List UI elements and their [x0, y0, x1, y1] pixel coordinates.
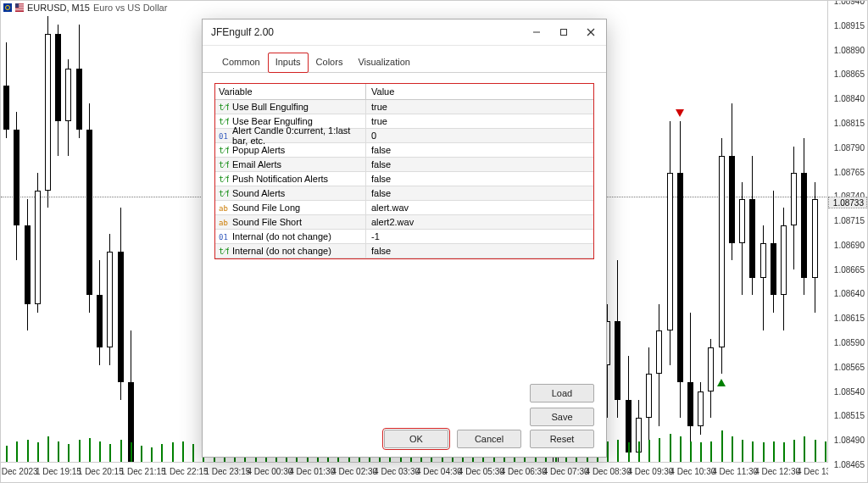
candle-body [76, 69, 82, 130]
param-row[interactable]: t⁄fEmail Alertsfalse [215, 158, 593, 172]
param-value[interactable]: false [366, 145, 593, 155]
volume-bar [192, 444, 194, 463]
param-row[interactable]: t⁄fInternal (do not change)false [215, 244, 593, 258]
col-value: Value [371, 86, 394, 97]
app-window: EURUSD, M15 Euro vs US Dollar 1.089401.0… [0, 0, 868, 483]
time-tick: 4 Dec 09:30 [627, 467, 673, 476]
time-tick: 4 Dec 05:30 [459, 467, 504, 476]
param-value[interactable]: true [366, 116, 593, 126]
bear-signal-icon [676, 109, 684, 117]
candle-body [791, 173, 797, 225]
volume-bar [161, 444, 163, 463]
param-value[interactable]: 0 [366, 130, 593, 141]
tab-colors[interactable]: Colors [309, 53, 351, 73]
volume-bar [607, 441, 609, 463]
candle-wick [763, 225, 764, 330]
candle-body [615, 321, 620, 400]
param-row[interactable]: 01Internal (do not change)-1 [215, 230, 593, 244]
param-value[interactable]: false [366, 188, 593, 198]
param-value[interactable]: -1 [366, 231, 593, 242]
reset-button[interactable]: Reset [530, 430, 594, 448]
svg-text:ab: ab [219, 219, 228, 227]
close-button[interactable] [577, 20, 604, 44]
param-name: Email Alerts [232, 159, 281, 169]
tab-visualization[interactable]: Visualization [350, 53, 418, 73]
tab-inputs[interactable]: Inputs [268, 53, 309, 73]
volume-bar [690, 441, 692, 463]
type-icon: ab [219, 203, 229, 213]
price-tick: 1.08915 [834, 20, 865, 30]
cancel-button[interactable]: Cancel [457, 430, 521, 448]
candle-body [760, 243, 766, 278]
volume-bar [763, 442, 765, 463]
price-tick: 1.08790 [834, 142, 865, 152]
ok-button[interactable]: OK [384, 430, 448, 448]
time-tick: 4 Dec 04:30 [416, 467, 462, 476]
param-value[interactable]: true [366, 102, 593, 112]
param-row[interactable]: 01Alert Candle 0:current, 1:last bar, et… [215, 129, 593, 143]
save-button[interactable]: Save [530, 408, 594, 426]
time-tick: 4 Dec 10:30 [670, 467, 715, 476]
param-name: Popup Alerts [232, 145, 285, 155]
price-tick: 1.08690 [834, 240, 865, 249]
time-tick: 4 Dec 08:30 [586, 467, 632, 476]
volume-bar [617, 440, 619, 463]
param-name: Sound File Long [232, 203, 300, 213]
volume-bar [27, 440, 29, 463]
time-axis: 1 Dec 20231 Dec 19:151 Dec 20:151 Dec 21… [1, 462, 828, 482]
svg-text:t⁄f: t⁄f [219, 117, 229, 126]
volume-bar [79, 440, 81, 463]
candle-body [771, 243, 776, 296]
volume-bar [680, 436, 682, 463]
svg-text:t⁄f: t⁄f [219, 247, 229, 256]
price-tick: 1.08640 [834, 289, 865, 298]
time-tick: 4 Dec 06:30 [501, 467, 547, 476]
volume-bar [68, 444, 70, 463]
load-button[interactable]: Load [530, 384, 594, 402]
volume-bar [120, 440, 122, 463]
svg-text:t⁄f: t⁄f [219, 146, 229, 155]
candle-body [97, 295, 103, 347]
candle-body [14, 130, 19, 225]
minimize-button[interactable] [523, 20, 550, 44]
candle-body [65, 69, 71, 121]
param-value[interactable]: false [366, 246, 593, 256]
time-tick: 1 Dec 2023 [1, 467, 38, 476]
volume-bar [16, 441, 18, 463]
candle-body [687, 382, 693, 425]
param-row[interactable]: t⁄fPush Notification Alertsfalse [215, 172, 593, 186]
param-row[interactable]: t⁄fUse Bull Engulfingtrue [215, 100, 593, 114]
svg-text:t⁄f: t⁄f [219, 175, 229, 184]
candle-body [118, 252, 124, 382]
time-tick: 4 Dec 12:30 [754, 467, 800, 476]
price-tick: 1.08615 [834, 314, 865, 323]
svg-text:t⁄f: t⁄f [219, 160, 229, 169]
param-row[interactable]: t⁄fPopup Alertsfalse [215, 143, 593, 158]
price-tick: 1.08865 [834, 69, 865, 79]
param-row[interactable]: abSound File Longalert.wav [215, 201, 593, 215]
tab-common[interactable]: Common [214, 53, 268, 73]
type-icon: t⁄f [219, 159, 229, 169]
price-tick: 1.08540 [834, 386, 865, 396]
price-tick: 1.08890 [834, 45, 865, 54]
candle-body [781, 225, 787, 295]
volume-bar [638, 441, 640, 463]
candle-body [677, 173, 683, 382]
volume-bar [659, 438, 660, 463]
price-tick: 1.08940 [834, 0, 865, 6]
param-value[interactable]: false [366, 174, 593, 184]
param-value[interactable]: false [366, 159, 593, 169]
price-tick: 1.08515 [834, 411, 865, 420]
maximize-button[interactable] [550, 20, 577, 44]
param-value[interactable]: alert2.wav [366, 217, 593, 227]
volume-bar [172, 442, 174, 463]
price-axis: 1.089401.089151.088901.088651.088401.088… [827, 1, 867, 482]
dialog-titlebar[interactable]: JFEngulf 2.00 [203, 19, 606, 46]
param-row[interactable]: t⁄fSound Alertsfalse [215, 186, 593, 201]
volume-bar [752, 441, 754, 463]
param-row[interactable]: abSound File Shortalert2.wav [215, 215, 593, 230]
params-grid[interactable]: Variable Value t⁄fUse Bull Engulfingtrue… [214, 83, 594, 259]
param-name: Sound Alerts [232, 188, 285, 198]
param-value[interactable]: alert.wav [366, 203, 593, 213]
volume-bar [6, 446, 8, 463]
